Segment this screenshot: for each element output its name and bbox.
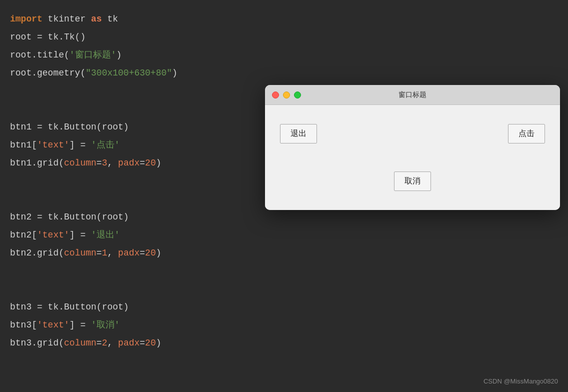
code-line: btn2.grid(column=1, padx=20) <box>10 244 558 262</box>
code-line: import tkinter as tk <box>10 10 558 28</box>
window-body: 退出 点击 取消 <box>265 105 560 210</box>
code-line: root.geometry("300x100+630+80") <box>10 64 558 82</box>
code-line: btn3.grid(column=2, padx=20) <box>10 334 558 352</box>
maximize-button-icon[interactable] <box>294 92 301 98</box>
code-line <box>10 370 558 388</box>
code-line: btn3 = tk.Button(root) <box>10 298 558 316</box>
window-titlebar: 窗口标题 <box>265 85 560 105</box>
code-line <box>10 280 558 298</box>
code-line: btn3['text'] = '取消' <box>10 316 558 334</box>
cancel-button[interactable]: 取消 <box>394 172 431 191</box>
code-line: root.title('窗口标题') <box>10 46 558 64</box>
credit-text: CSDN @MissMango0820 <box>484 378 558 385</box>
code-line: root = tk.Tk() <box>10 28 558 46</box>
close-button-icon[interactable] <box>272 92 279 98</box>
minimize-button-icon[interactable] <box>283 92 290 98</box>
window-title-label: 窗口标题 <box>398 90 426 100</box>
tkinter-window: 窗口标题 退出 点击 取消 <box>265 85 560 210</box>
code-line <box>10 262 558 280</box>
click-button[interactable]: 点击 <box>508 124 545 144</box>
code-line: root.mainloop() <box>10 388 558 392</box>
code-line: btn2['text'] = '退出' <box>10 226 558 244</box>
traffic-lights <box>272 92 301 98</box>
code-line: btn2 = tk.Button(root) <box>10 208 558 226</box>
quit-button[interactable]: 退出 <box>280 124 317 144</box>
code-line <box>10 352 558 370</box>
